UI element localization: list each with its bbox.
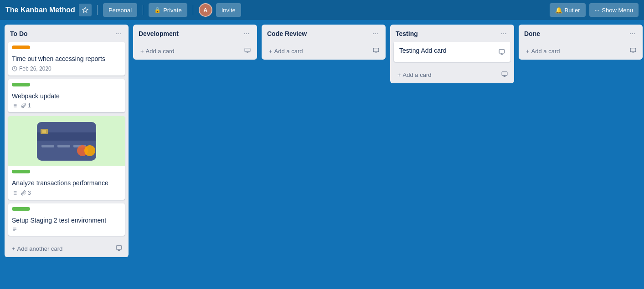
card-title-1: Time out when accessing reports bbox=[12, 55, 121, 64]
card-body-4: Setup Staging 2 test environment bbox=[8, 214, 125, 236]
svg-rect-41 bbox=[630, 48, 636, 52]
attachment-meta-3: 3 bbox=[21, 190, 31, 196]
column-menu-todo[interactable]: ··· bbox=[113, 29, 123, 38]
plus-icon-todo: + bbox=[12, 245, 15, 252]
card-webpack[interactable]: Webpack update 1 bbox=[8, 79, 125, 113]
card-time-out[interactable]: Time out when accessing reports Feb 26, … bbox=[8, 42, 125, 76]
plus-icon-dev: + bbox=[140, 48, 144, 55]
card-label-green-2 bbox=[12, 83, 30, 86]
add-template-button-done[interactable] bbox=[627, 46, 639, 57]
column-header-done: Done ··· bbox=[519, 25, 643, 42]
description-icon bbox=[12, 227, 17, 232]
private-button[interactable]: 🔒 Private bbox=[149, 3, 187, 17]
star-button[interactable] bbox=[79, 4, 92, 16]
card-body-3: Analyze transactions performance bbox=[8, 177, 125, 200]
card-meta-4 bbox=[12, 227, 121, 232]
description-meta bbox=[12, 227, 17, 232]
template-icon-t bbox=[501, 71, 508, 77]
template-icon-cr bbox=[373, 47, 379, 54]
column-menu-code-review[interactable]: ··· bbox=[371, 29, 380, 38]
checklist-icon bbox=[12, 103, 17, 108]
column-title-testing: Testing bbox=[396, 30, 418, 37]
card-meta-3: 3 bbox=[12, 190, 121, 196]
svg-rect-26 bbox=[116, 246, 122, 249]
column-menu-testing[interactable]: ··· bbox=[499, 29, 509, 38]
column-title-development: Development bbox=[139, 30, 179, 37]
add-card-button-testing[interactable]: + Add a card bbox=[394, 70, 499, 80]
checklist-meta bbox=[12, 103, 17, 108]
add-card-row-testing: + Add a card bbox=[390, 66, 514, 83]
butler-button[interactable]: 🔔 Butler bbox=[550, 3, 586, 17]
svg-rect-11 bbox=[57, 145, 70, 147]
card-title-4: Setup Staging 2 test environment bbox=[12, 216, 121, 225]
card-body-1: Time out when accessing reports Feb 26, … bbox=[8, 53, 125, 76]
plus-icon-done: + bbox=[526, 48, 530, 55]
column-header-testing: Testing ··· bbox=[390, 25, 514, 42]
board: To Do ··· Time out when accessing report… bbox=[0, 20, 644, 289]
svg-rect-10 bbox=[41, 145, 54, 147]
credit-card-illustration bbox=[32, 120, 101, 163]
add-card-button-todo[interactable]: + Add another card bbox=[8, 243, 113, 254]
add-template-button-todo[interactable] bbox=[113, 243, 125, 254]
add-card-row-development: + Add a card bbox=[133, 43, 257, 60]
svg-marker-0 bbox=[82, 7, 88, 12]
card-label-green-3 bbox=[12, 170, 30, 173]
add-card-row-todo: + Add another card bbox=[5, 240, 129, 257]
cards-list-todo: Time out when accessing reports Feb 26, … bbox=[5, 42, 129, 239]
checklist-meta-3 bbox=[12, 190, 17, 196]
clock-icon bbox=[12, 66, 17, 71]
header-divider-2 bbox=[143, 5, 143, 15]
svg-rect-38 bbox=[502, 71, 507, 75]
testing-add-card-title: Testing Add card bbox=[399, 46, 447, 56]
card-body-2: Webpack update 1 bbox=[8, 90, 125, 113]
add-card-button-done[interactable]: + Add a card bbox=[522, 46, 627, 56]
column-development: Development ··· + Add a card bbox=[133, 25, 257, 60]
card-title-2: Webpack update bbox=[12, 92, 121, 101]
add-template-button-testing[interactable] bbox=[499, 69, 510, 81]
template-icon-dev bbox=[244, 47, 251, 54]
add-card-button-development[interactable]: + Add a card bbox=[137, 46, 242, 56]
column-testing: Testing ··· Testing Add card + Add a car… bbox=[390, 25, 514, 83]
header-divider-3 bbox=[193, 5, 193, 15]
board-title: The Kanban Method bbox=[5, 6, 75, 14]
column-done: Done ··· + Add a card bbox=[519, 25, 643, 60]
column-todo: To Do ··· Time out when accessing report… bbox=[5, 25, 129, 257]
template-icon-done bbox=[630, 47, 636, 54]
column-header-todo: To Do ··· bbox=[5, 25, 129, 42]
testing-add-card-item[interactable]: Testing Add card bbox=[394, 42, 510, 62]
column-header-development: Development ··· bbox=[133, 25, 257, 42]
add-card-row-done: + Add a card bbox=[519, 43, 643, 60]
card-analyze[interactable]: Analyze transactions performance bbox=[8, 116, 125, 200]
add-template-button-cr[interactable] bbox=[370, 46, 382, 57]
personal-button[interactable]: Personal bbox=[103, 3, 137, 17]
column-menu-development[interactable]: ··· bbox=[242, 29, 252, 38]
column-header-code-review: Code Review ··· bbox=[262, 25, 386, 42]
column-title-todo: To Do bbox=[10, 30, 28, 37]
svg-rect-35 bbox=[499, 50, 505, 53]
avatar[interactable]: A bbox=[199, 3, 212, 17]
butler-icon: 🔔 bbox=[555, 7, 562, 14]
column-menu-done[interactable]: ··· bbox=[628, 29, 637, 38]
checklist-icon-3 bbox=[12, 190, 17, 196]
invite-button[interactable]: Invite bbox=[216, 3, 241, 17]
svg-rect-14 bbox=[42, 130, 46, 133]
header-divider-1 bbox=[97, 5, 98, 15]
plus-icon-testing: + bbox=[397, 71, 401, 78]
card-thumbnail bbox=[8, 116, 125, 166]
card-staging[interactable]: Setup Staging 2 test environment bbox=[8, 203, 125, 236]
cards-list-testing: Testing Add card bbox=[390, 42, 514, 66]
add-card-button-code-review[interactable]: + Add a card bbox=[265, 46, 370, 56]
card-meta-2: 1 bbox=[12, 102, 121, 109]
add-card-row-code-review: + Add a card bbox=[262, 43, 386, 60]
column-title-done: Done bbox=[524, 30, 540, 37]
card-label-orange bbox=[12, 46, 30, 49]
paperclip-icon bbox=[21, 103, 26, 108]
menu-dots-icon: ··· bbox=[595, 7, 600, 14]
lock-icon: 🔒 bbox=[154, 7, 161, 13]
paperclip-icon-3 bbox=[21, 190, 26, 196]
plus-icon-cr: + bbox=[269, 48, 273, 55]
card-date-1: Feb 26, 2020 bbox=[12, 66, 121, 72]
card-title-3: Analyze transactions performance bbox=[12, 179, 121, 188]
add-template-button-dev[interactable] bbox=[242, 46, 253, 57]
show-menu-button[interactable]: ··· Show Menu bbox=[589, 3, 639, 17]
